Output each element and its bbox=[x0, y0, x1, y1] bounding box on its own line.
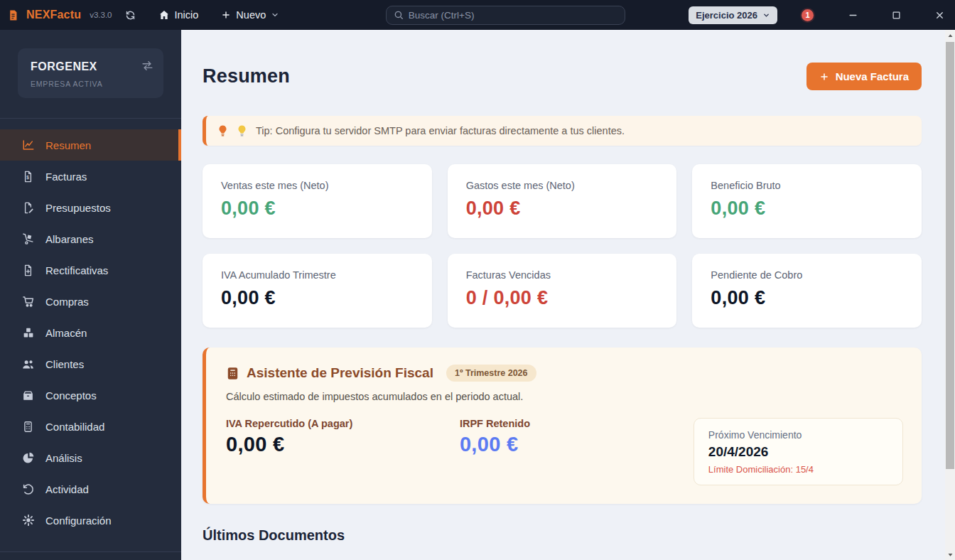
sidebar-item-rectificativas[interactable]: Rectificativas bbox=[0, 254, 181, 286]
close-icon bbox=[934, 10, 945, 21]
lightbulb-icon bbox=[217, 124, 228, 137]
scroll-down-arrow[interactable] bbox=[945, 549, 955, 560]
due-limit: Límite Domiciliación: 15/4 bbox=[708, 464, 888, 475]
fiscal-iva-label: IVA Repercutido (A pagar) bbox=[226, 418, 460, 429]
fiscal-iva-value: 0,00 € bbox=[226, 433, 460, 456]
sidebar-item-label: Resumen bbox=[45, 139, 91, 151]
lightbulb-icon bbox=[237, 124, 247, 137]
stats-grid: Ventas este mes (Neto) 0,00 € Gastos est… bbox=[203, 164, 922, 328]
exercise-select[interactable]: Ejercicio 2026 bbox=[689, 6, 777, 24]
file-plus-icon bbox=[21, 264, 35, 276]
home-label: Inicio bbox=[175, 9, 199, 21]
sidebar-item-almacen[interactable]: Almacén bbox=[0, 317, 181, 348]
stat-card-vencidas: Facturas Vencidas 0 / 0,00 € bbox=[448, 254, 677, 328]
stat-value: 0,00 € bbox=[711, 198, 903, 220]
pie-chart-icon bbox=[21, 451, 35, 464]
close-button[interactable] bbox=[934, 10, 945, 21]
sidebar-item-presupuestos[interactable]: Presupuestos bbox=[0, 192, 181, 223]
file-invoice-dollar-icon: $ bbox=[21, 171, 35, 183]
refresh-icon[interactable] bbox=[125, 10, 136, 21]
company-status: EMPRESA ACTIVA bbox=[31, 80, 151, 88]
sidebar: FORGENEX EMPRESA ACTIVA Resumen $ Factur… bbox=[0, 30, 181, 560]
company-switcher[interactable]: FORGENEX EMPRESA ACTIVA bbox=[18, 48, 163, 98]
stat-value: 0,00 € bbox=[221, 287, 414, 309]
minimize-icon bbox=[848, 10, 858, 21]
new-menu-label: Nuevo bbox=[236, 9, 266, 21]
minimize-button[interactable] bbox=[848, 10, 858, 21]
swap-company-icon[interactable] bbox=[141, 60, 153, 72]
search-area bbox=[322, 6, 689, 25]
sidebar-item-label: Presupuestos bbox=[45, 202, 111, 214]
sidebar-item-label: Análisis bbox=[45, 452, 82, 464]
fiscal-irpf-label: IRPF Retenido bbox=[460, 418, 694, 429]
boxes-icon bbox=[21, 326, 35, 339]
stat-card-beneficio: Beneficio Bruto 0,00 € bbox=[692, 164, 922, 238]
stat-value: 0,00 € bbox=[711, 287, 903, 309]
history-icon bbox=[21, 483, 35, 495]
fiscal-quarter-badge: 1º Trimestre 2026 bbox=[446, 365, 536, 382]
fiscal-description: Cálculo estimado de impuestos acumulados… bbox=[226, 391, 903, 402]
stat-card-gastos: Gastos este mes (Neto) 0,00 € bbox=[448, 164, 677, 238]
main-content: Resumen Nueva Factura Tip: Configura tu … bbox=[181, 30, 945, 560]
fiscal-title: Asistente de Previsión Fiscal bbox=[247, 365, 433, 381]
sidebar-item-label: Contabilidad bbox=[45, 421, 104, 433]
stat-value: 0,00 € bbox=[221, 198, 414, 220]
sidebar-item-configuracion[interactable]: Configuración bbox=[0, 505, 181, 536]
sidebar-item-label: Rectificativas bbox=[45, 264, 108, 276]
vertical-scrollbar[interactable] bbox=[945, 30, 955, 560]
plus-icon bbox=[221, 10, 231, 20]
stat-label: Beneficio Bruto bbox=[711, 180, 903, 191]
chart-line-icon bbox=[21, 139, 35, 151]
home-button[interactable]: Inicio bbox=[158, 9, 199, 21]
tip-text: Tip: Configura tu servidor SMTP para env… bbox=[256, 125, 625, 136]
sidebar-item-resumen[interactable]: Resumen bbox=[0, 129, 181, 161]
sidebar-item-contabilidad[interactable]: Contabilidad bbox=[0, 411, 181, 442]
notification-badge[interactable]: 1 bbox=[800, 8, 815, 23]
fiscal-irpf-block: IRPF Retenido 0,00 € bbox=[460, 418, 694, 456]
sidebar-item-label: Facturas bbox=[45, 171, 87, 183]
search-box[interactable] bbox=[386, 6, 625, 25]
calculator-icon bbox=[21, 421, 35, 433]
exercise-label: Ejercicio 2026 bbox=[696, 10, 757, 21]
search-icon bbox=[394, 10, 404, 20]
shopping-cart-icon bbox=[21, 295, 35, 308]
sidebar-item-albaranes[interactable]: Albaranes bbox=[0, 223, 181, 254]
chevron-down-icon bbox=[271, 11, 279, 19]
due-label: Próximo Vencimiento bbox=[708, 429, 888, 441]
chevron-down-icon bbox=[762, 11, 770, 19]
sidebar-item-label: Configuración bbox=[45, 515, 112, 527]
sidebar-item-conceptos[interactable]: Conceptos bbox=[0, 379, 181, 411]
titlebar: NEXFactu v3.3.0 Inicio Nuevo Ejercicio 2… bbox=[0, 0, 955, 30]
stat-value: 0 / 0,00 € bbox=[466, 287, 659, 309]
new-invoice-label: Nueva Factura bbox=[836, 70, 909, 82]
svg-text:$: $ bbox=[26, 175, 29, 181]
sidebar-item-label: Compras bbox=[45, 296, 89, 308]
notification-count: 1 bbox=[805, 11, 809, 19]
stat-label: Gastos este mes (Neto) bbox=[466, 180, 659, 191]
stat-label: Pendiente de Cobro bbox=[711, 269, 903, 281]
sidebar-item-analisis[interactable]: Análisis bbox=[0, 442, 181, 473]
maximize-icon bbox=[891, 10, 902, 21]
stat-card-pendiente: Pendiente de Cobro 0,00 € bbox=[692, 254, 922, 328]
stat-label: Ventas este mes (Neto) bbox=[221, 180, 414, 191]
sidebar-item-actividad[interactable]: Actividad bbox=[0, 473, 181, 505]
search-input[interactable] bbox=[409, 10, 617, 21]
stat-label: IVA Acumulado Trimestre bbox=[221, 269, 414, 281]
titlebar-left: NEXFactu v3.3.0 Inicio Nuevo bbox=[7, 9, 279, 21]
titlebar-right: Ejercicio 2026 1 bbox=[689, 6, 945, 24]
sidebar-item-clientes[interactable]: Clientes bbox=[0, 348, 181, 379]
sidebar-item-label: Clientes bbox=[45, 358, 84, 370]
calculator-icon bbox=[226, 367, 239, 380]
company-name: FORGENEX bbox=[31, 60, 151, 73]
sidebar-item-compras[interactable]: Compras bbox=[0, 286, 181, 317]
sidebar-item-facturas[interactable]: $ Facturas bbox=[0, 161, 181, 192]
scroll-up-arrow[interactable] bbox=[945, 30, 955, 41]
box-icon bbox=[21, 389, 35, 402]
stat-label: Facturas Vencidas bbox=[466, 269, 659, 281]
new-menu-button[interactable]: Nuevo bbox=[221, 9, 279, 21]
new-invoice-button[interactable]: Nueva Factura bbox=[806, 63, 922, 90]
scrollbar-thumb[interactable] bbox=[946, 42, 954, 469]
maximize-button[interactable] bbox=[891, 10, 902, 21]
fiscal-iva-block: IVA Repercutido (A pagar) 0,00 € bbox=[226, 418, 460, 456]
gear-icon bbox=[21, 514, 35, 527]
